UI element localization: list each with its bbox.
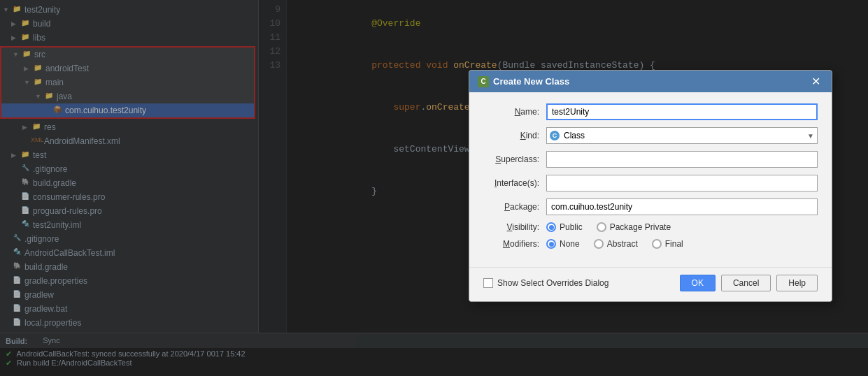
dialog-footer: Show Select Overrides Dialog OK Cancel H…	[469, 267, 832, 301]
modifier-final-radio[interactable]: Final	[652, 239, 683, 249]
interfaces-row: Interface(s):	[483, 175, 818, 191]
modifiers-row: Modifiers: None Abstract	[483, 239, 818, 249]
visibility-public-radio[interactable]: Public	[546, 222, 583, 232]
interfaces-input[interactable]	[546, 175, 818, 191]
package-label-rest: ackage:	[510, 202, 539, 212]
class-type-icon: C	[550, 131, 560, 140]
superclass-input[interactable]	[546, 151, 818, 168]
modifier-abstract-label: Abstract	[607, 239, 638, 249]
radio-dot-abstract	[594, 239, 604, 249]
modifiers-radio-group: None Abstract Final	[546, 239, 818, 249]
visibility-package-radio[interactable]: Package Private	[597, 222, 671, 232]
modifier-none-radio[interactable]: None	[546, 239, 580, 249]
help-button[interactable]: Help	[776, 275, 818, 291]
name-label-text: N	[515, 107, 521, 117]
visibility-label-rest: isibility:	[512, 222, 539, 232]
show-overrides-checkbox[interactable]: Show Select Overrides Dialog	[483, 278, 609, 288]
name-label: Name:	[483, 107, 546, 117]
checkbox-label: Show Select Overrides Dialog	[497, 278, 609, 288]
dialog-title-bar: C Create New Class ✕	[469, 71, 832, 92]
radio-dot-none	[546, 239, 556, 249]
visibility-radio-group: Public Package Private	[546, 222, 818, 232]
name-label-rest: ame:	[520, 107, 539, 117]
superclass-row: Superclass:	[483, 151, 818, 168]
kind-label-rest: ind:	[526, 131, 539, 140]
package-input[interactable]	[546, 198, 818, 215]
package-label-text: P	[504, 202, 510, 212]
kind-row: Kind: C Class ▼	[483, 127, 818, 144]
radio-dot-final	[652, 239, 662, 249]
package-row: Package:	[483, 198, 818, 215]
create-new-class-dialog: C Create New Class ✕ Name: Kind:	[469, 70, 832, 302]
dialog-overlay: C Create New Class ✕ Name: Kind:	[0, 0, 868, 376]
dialog-close-button[interactable]: ✕	[809, 75, 823, 88]
visibility-row: Visibility: Public Package Private	[483, 222, 818, 232]
ok-button[interactable]: OK	[680, 275, 716, 291]
name-row: Name:	[483, 103, 818, 120]
kind-label: Kind:	[483, 131, 546, 140]
kind-select[interactable]: C Class ▼	[546, 127, 818, 144]
visibility-label: Visibility:	[483, 222, 546, 232]
kind-label-text: K	[520, 131, 526, 140]
kind-value: Class	[564, 131, 585, 140]
radio-dot-package	[597, 222, 606, 232]
modifiers-label-text: M	[503, 239, 510, 249]
superclass-label: Superclass:	[483, 154, 546, 164]
interfaces-label: Interface(s):	[483, 178, 546, 188]
dialog-title-text: Create New Class	[493, 76, 569, 87]
checkbox-box	[483, 278, 493, 288]
superclass-label-rest: uperclass:	[501, 154, 539, 164]
kind-select-wrapper: C Class ▼	[546, 127, 818, 144]
modifiers-label: Modifiers:	[483, 239, 546, 249]
dialog-title-icon: C	[478, 76, 489, 87]
dialog-buttons: OK Cancel Help	[680, 275, 818, 291]
modifiers-label-rest: odifiers:	[510, 239, 539, 249]
modifier-final-label: Final	[665, 239, 683, 249]
interfaces-label-rest: nterface(s):	[497, 178, 539, 188]
dialog-body: Name: Kind: C Class ▼	[469, 92, 832, 267]
modifier-abstract-radio[interactable]: Abstract	[594, 239, 638, 249]
visibility-package-label: Package Private	[610, 222, 671, 232]
name-input[interactable]	[546, 103, 818, 120]
radio-dot-public	[546, 222, 556, 232]
dialog-title-area: C Create New Class	[478, 76, 569, 87]
kind-dropdown-arrow: ▼	[807, 132, 814, 140]
modifier-none-label: None	[560, 239, 580, 249]
visibility-public-label: Public	[560, 222, 583, 232]
cancel-button[interactable]: Cancel	[721, 275, 771, 291]
package-label: Package:	[483, 202, 546, 212]
